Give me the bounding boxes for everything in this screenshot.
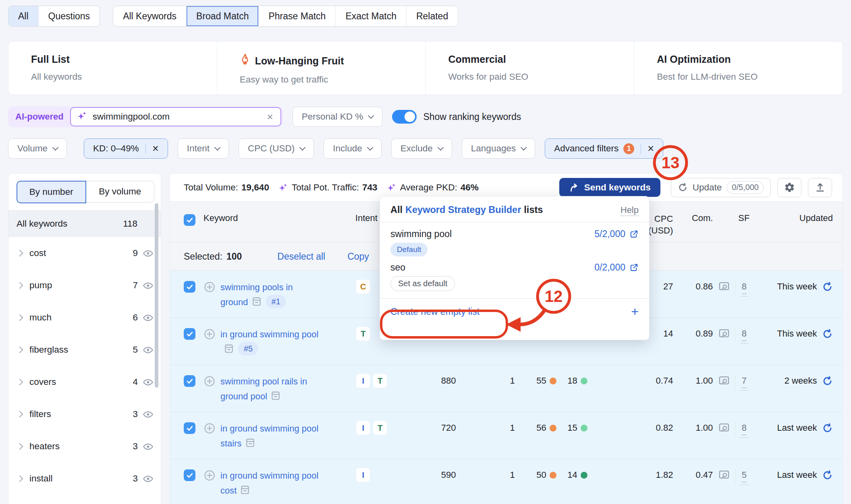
update-button[interactable]: Update 0/5,000 [671, 178, 771, 197]
intent-badge[interactable]: T [373, 421, 387, 435]
row-checkbox[interactable] [184, 375, 195, 387]
filter-advanced[interactable]: Advanced filters 1 × [545, 138, 663, 159]
card-commercial[interactable]: Commercial Works for paid SEO [426, 41, 634, 95]
remove-advanced-filters-icon[interactable]: × [641, 143, 654, 154]
all-keywords-row[interactable]: All keywords 118 [8, 211, 161, 237]
card-full-list[interactable]: Full List All keywords [8, 41, 217, 95]
sf-value[interactable]: 8 [742, 421, 747, 435]
header-keyword[interactable]: Keyword [203, 213, 355, 223]
serp-analysis-icon[interactable] [713, 280, 735, 292]
card-ai-optimization[interactable]: AI Optimization Best for LLM-driven SEO [634, 41, 843, 95]
remove-kd-filter-icon[interactable]: × [145, 143, 159, 154]
card-low-hanging-fruit[interactable]: Low-Hanging Fruit Easy way to get traffi… [217, 41, 426, 95]
send-keywords-button[interactable]: Send keywords [559, 178, 660, 197]
group-item-pump[interactable]: pump7 [8, 269, 161, 302]
copy-link[interactable]: Copy [347, 251, 369, 262]
serp-analysis-icon[interactable] [713, 327, 735, 339]
keyword-link[interactable]: in ground swimming pool stairs [220, 423, 318, 448]
settings-button[interactable] [777, 178, 801, 197]
clear-search-icon[interactable]: × [266, 111, 275, 123]
serp-analysis-icon[interactable] [713, 421, 735, 434]
keyword-link[interactable]: in ground swimming pool [220, 329, 318, 339]
add-list-icon[interactable]: + [631, 306, 639, 318]
refresh-row-icon[interactable] [817, 327, 833, 339]
eye-icon[interactable] [143, 377, 154, 388]
eye-icon[interactable] [143, 441, 154, 452]
filter-intent[interactable]: Intent [178, 138, 229, 159]
tab-phrase-match[interactable]: Phrase Match [258, 6, 335, 26]
add-to-list-icon[interactable] [203, 281, 216, 297]
group-item-kit[interactable]: kit3 [8, 495, 161, 504]
export-button[interactable] [808, 178, 832, 197]
search-input[interactable]: swimmingpool.com × [70, 107, 281, 126]
tab-by-volume[interactable]: By volume [86, 181, 155, 202]
serp-card-icon[interactable] [245, 438, 255, 452]
intent-badge[interactable]: C [356, 280, 370, 293]
row-checkbox[interactable] [184, 281, 195, 293]
serp-analysis-icon[interactable] [713, 374, 735, 386]
intent-badge[interactable]: I [356, 468, 370, 482]
intent-badge[interactable]: I [356, 421, 370, 435]
intent-badge[interactable]: T [373, 374, 387, 388]
eye-icon[interactable] [143, 312, 154, 323]
set-as-default-button[interactable]: Set as default [390, 276, 455, 291]
header-sf[interactable]: SF [735, 213, 753, 223]
eye-icon[interactable] [143, 473, 154, 484]
tab-exact-match[interactable]: Exact Match [335, 6, 406, 26]
eye-icon[interactable] [143, 248, 154, 259]
eye-icon[interactable] [143, 280, 154, 291]
filter-cpc[interactable]: CPC (USD) [239, 138, 314, 159]
intent-badge[interactable]: I [356, 374, 370, 388]
tab-all-keywords[interactable]: All Keywords [113, 6, 186, 26]
refresh-row-icon[interactable] [817, 374, 833, 386]
add-to-list-icon[interactable] [203, 422, 216, 438]
add-to-list-icon[interactable] [203, 469, 216, 485]
ksb-link[interactable]: Keyword Strategy Builder [405, 204, 521, 215]
filter-languages[interactable]: Languages [462, 138, 535, 159]
intent-badge[interactable]: T [356, 327, 370, 341]
eye-icon[interactable] [143, 409, 154, 420]
tab-questions[interactable]: Questions [38, 6, 100, 26]
tab-broad-match[interactable]: Broad Match [186, 6, 258, 26]
group-item-covers[interactable]: covers4 [8, 366, 161, 398]
list-item[interactable]: swimming pool 5/2,000 [390, 229, 639, 240]
refresh-row-icon[interactable] [817, 280, 833, 292]
filter-volume[interactable]: Volume [8, 138, 67, 159]
add-to-list-icon[interactable] [203, 375, 216, 391]
sf-value[interactable]: 8 [742, 280, 747, 294]
tab-related[interactable]: Related [406, 6, 458, 26]
group-item-heaters[interactable]: heaters3 [8, 430, 161, 463]
row-checkbox[interactable] [184, 328, 195, 340]
serp-analysis-icon[interactable] [713, 468, 735, 481]
eye-icon[interactable] [143, 345, 154, 355]
select-all-checkbox[interactable] [184, 214, 195, 226]
personal-kd-select[interactable]: Personal KD % [293, 107, 383, 127]
header-updated[interactable]: Updated [753, 213, 833, 223]
sf-value[interactable]: 8 [742, 327, 747, 341]
keyword-link[interactable]: swimming pool rails in ground pool [220, 376, 307, 401]
list-item[interactable]: seo 0/2,000 [390, 262, 639, 273]
list-quota-link[interactable]: 5/2,000 [594, 229, 639, 240]
group-item-much[interactable]: much6 [8, 302, 161, 334]
group-item-install[interactable]: install3 [8, 463, 161, 495]
sf-value[interactable]: 5 [742, 468, 747, 482]
sidebar-scrollbar[interactable] [155, 203, 158, 388]
filter-kd[interactable]: KD: 0–49%× [84, 138, 168, 159]
help-link[interactable]: Help [621, 205, 639, 216]
serp-card-icon[interactable] [224, 343, 234, 358]
row-checkbox[interactable] [184, 422, 195, 434]
serp-card-icon[interactable] [240, 485, 250, 500]
serp-card-icon[interactable] [251, 296, 262, 311]
header-com[interactable]: Com. [673, 213, 713, 223]
create-new-empty-list-link[interactable]: Create new empty list [390, 306, 479, 317]
serp-card-icon[interactable] [270, 390, 281, 405]
filter-exclude[interactable]: Exclude [391, 138, 452, 159]
refresh-row-icon[interactable] [817, 421, 833, 434]
sf-value[interactable]: 7 [742, 374, 747, 388]
tab-all[interactable]: All [8, 6, 38, 26]
tab-by-number[interactable]: By number [17, 181, 86, 203]
deselect-all-link[interactable]: Deselect all [277, 251, 325, 262]
refresh-row-icon[interactable] [817, 468, 833, 481]
list-quota-link[interactable]: 0/2,000 [594, 262, 639, 273]
ranking-keywords-toggle[interactable] [392, 110, 417, 124]
